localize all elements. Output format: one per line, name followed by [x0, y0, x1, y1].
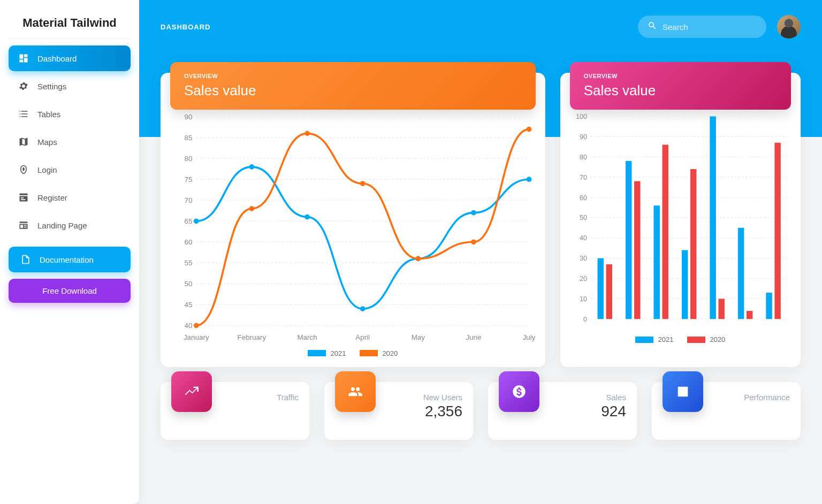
stat-card-performance: Performance	[652, 382, 801, 440]
trend-icon	[171, 371, 212, 412]
svg-point-29	[194, 218, 199, 224]
sidebar-item-dashboard[interactable]: Dashboard	[9, 45, 131, 71]
nav-label: Settings	[37, 82, 66, 91]
search-input[interactable]	[663, 22, 757, 32]
dashboard-icon	[18, 53, 29, 64]
search-icon	[648, 21, 657, 33]
sidebar-item-landing-page[interactable]: Landing Page	[9, 212, 131, 238]
svg-point-35	[527, 177, 532, 182]
sidebar-item-tables[interactable]: Tables	[9, 101, 131, 127]
gear-icon	[18, 81, 29, 91]
svg-point-34	[471, 210, 476, 216]
stat-value: 2,356	[423, 403, 462, 420]
fingerprint-icon	[18, 164, 29, 175]
stat-card-sales: Sales924	[488, 382, 637, 440]
sidebar-item-register[interactable]: Register	[9, 185, 131, 210]
legend-item-2021: 2021	[308, 349, 346, 357]
nav-label: Dashboard	[37, 54, 77, 63]
svg-text:100: 100	[576, 113, 587, 120]
document-icon	[20, 254, 31, 265]
nav-label: Register	[37, 193, 67, 202]
nav-label: Login	[37, 165, 57, 174]
svg-text:50: 50	[580, 214, 587, 222]
card-title: Sales value	[184, 82, 522, 99]
svg-text:60: 60	[185, 238, 193, 246]
svg-rect-70	[662, 145, 668, 319]
stat-label: Traffic	[277, 393, 299, 402]
svg-point-32	[360, 306, 366, 311]
group-icon	[335, 371, 376, 412]
svg-text:65: 65	[185, 217, 193, 225]
web-icon	[18, 220, 29, 231]
stats-row: Traffic New Users2,356 Sales924 Performa…	[161, 382, 801, 440]
svg-rect-77	[766, 293, 772, 319]
documentation-label: Documentation	[40, 255, 94, 264]
free-download-button[interactable]: Free Download	[9, 279, 131, 303]
dollar-icon	[499, 371, 539, 412]
svg-text:May: May	[412, 333, 425, 341]
svg-point-40	[415, 256, 421, 262]
chart-legend: 2021 2020	[570, 335, 791, 343]
line-chart: 4045505560657075808590JanuaryFebruaryMar…	[170, 110, 536, 345]
search-box[interactable]	[638, 16, 766, 38]
svg-text:90: 90	[185, 113, 193, 121]
nav-list: DashboardSettingsTablesMapsLoginRegister…	[9, 45, 131, 238]
overline: OVERVIEW	[184, 73, 522, 79]
svg-text:45: 45	[185, 301, 193, 309]
legend-item-2020: 2020	[360, 349, 398, 357]
svg-rect-69	[653, 205, 659, 319]
svg-text:March: March	[297, 333, 317, 341]
svg-rect-72	[690, 169, 696, 319]
svg-text:55: 55	[185, 259, 193, 267]
stat-value: 924	[601, 403, 626, 420]
sidebar-item-login[interactable]: Login	[9, 157, 131, 182]
bar-chart: 0102030405060708090100	[570, 110, 791, 331]
svg-rect-71	[682, 250, 688, 319]
svg-text:80: 80	[580, 154, 587, 161]
avatar[interactable]	[777, 15, 801, 39]
svg-point-39	[360, 181, 366, 186]
svg-point-37	[249, 206, 255, 211]
svg-point-30	[249, 164, 255, 170]
svg-text:50: 50	[185, 280, 193, 288]
nav-label: Maps	[37, 138, 57, 147]
nav-label: Landing Page	[37, 221, 87, 230]
chart-card-bar: OVERVIEW Sales value 0102030405060708090…	[560, 73, 801, 367]
form-icon	[18, 192, 29, 203]
svg-rect-75	[738, 228, 744, 319]
nav-label: Tables	[37, 110, 60, 119]
svg-text:75: 75	[185, 175, 193, 184]
map-icon	[18, 136, 29, 147]
svg-rect-65	[597, 258, 603, 319]
page-title: DASHBOARD	[161, 23, 211, 31]
svg-point-31	[305, 215, 310, 220]
brand-title: Material Tailwind	[9, 11, 131, 39]
legend-item-2020: 2020	[687, 335, 725, 343]
bar-icon	[663, 371, 703, 412]
svg-text:10: 10	[580, 295, 587, 303]
stat-card-traffic: Traffic	[161, 382, 309, 440]
chart-card-line: OVERVIEW Sales value 4045505560657075808…	[161, 73, 545, 367]
svg-point-36	[194, 323, 199, 328]
svg-rect-78	[774, 143, 780, 319]
svg-point-38	[305, 131, 310, 136]
sidebar-item-maps[interactable]: Maps	[9, 129, 131, 155]
legend-item-2021: 2021	[635, 335, 673, 343]
svg-text:60: 60	[580, 194, 587, 202]
main: DASHBOARD OVERVIEW Sales value	[139, 0, 822, 504]
documentation-button[interactable]: Documentation	[9, 247, 131, 272]
svg-text:85: 85	[185, 134, 193, 142]
sidebar: Material Tailwind DashboardSettingsTable…	[0, 0, 139, 504]
chart-legend: 2021 2020	[170, 349, 536, 357]
svg-text:April: April	[355, 333, 370, 341]
svg-rect-67	[626, 161, 631, 319]
svg-rect-76	[747, 311, 752, 319]
stat-label: Performance	[744, 393, 790, 402]
svg-text:June: June	[466, 333, 481, 341]
chart-card-header: OVERVIEW Sales value	[570, 62, 791, 110]
svg-rect-73	[710, 116, 716, 319]
svg-text:0: 0	[583, 316, 587, 323]
sidebar-item-settings[interactable]: Settings	[9, 73, 131, 99]
svg-text:40: 40	[185, 322, 193, 330]
svg-text:February: February	[238, 333, 267, 341]
